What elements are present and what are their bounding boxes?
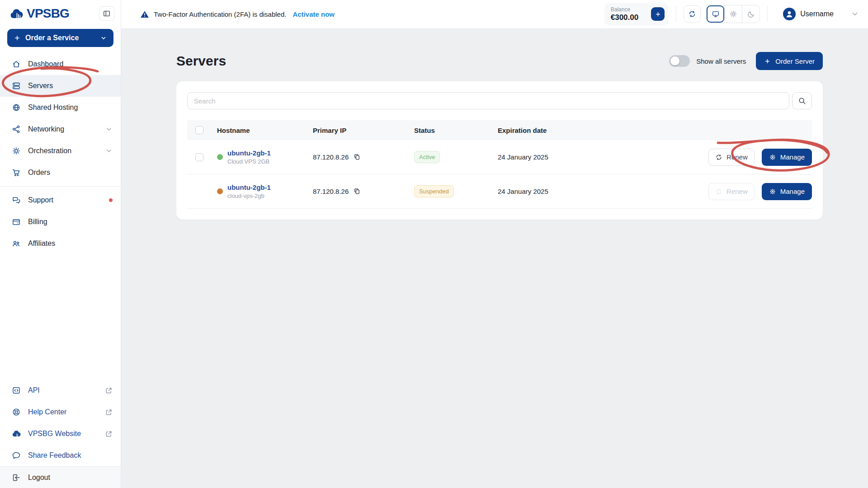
moon-icon <box>747 10 755 18</box>
page-header-actions: Show all servers Order Server <box>669 52 823 70</box>
search-button[interactable] <box>792 92 812 109</box>
code-icon <box>12 386 21 395</box>
servers-table: Hostname Primary IP Status Expiration da… <box>187 120 812 209</box>
gear-icon <box>769 188 776 195</box>
status-dot-suspended <box>217 188 223 194</box>
row-checkbox[interactable] <box>195 153 203 161</box>
sidebar-item-label: Help Center <box>28 408 66 416</box>
table-body: ubuntu-2gb-1 Cloud VPS 2GB 87.120.8.26 <box>187 140 812 209</box>
table-row: ubuntu-2gb-1 Cloud VPS 2GB 87.120.8.26 <box>187 140 812 174</box>
sidebar-item-dashboard[interactable]: Dashboard <box>0 53 121 75</box>
topbar-divider <box>767 6 768 22</box>
manage-button[interactable]: Manage <box>762 183 812 200</box>
sidebar-item-networking[interactable]: Networking <box>0 118 121 140</box>
renew-button[interactable]: Renew <box>708 149 755 166</box>
page-header: Servers Show all servers Order Server <box>176 52 823 70</box>
cart-icon <box>12 168 21 177</box>
main-area: Two-Factor Authentication (2FA) is disab… <box>121 0 868 488</box>
sidebar-collapse-button[interactable] <box>99 6 114 21</box>
order-a-service-button[interactable]: Order a Service <box>7 29 113 47</box>
person-icon <box>784 9 794 19</box>
hostname-cell: ubuntu-2gb-1 Cloud VPS 2GB <box>217 149 313 165</box>
manage-button[interactable]: Manage <box>762 149 812 166</box>
row-actions: Renew Manage <box>707 149 812 166</box>
add-funds-button[interactable] <box>651 7 665 21</box>
logout-label: Logout <box>28 474 50 482</box>
order-server-button[interactable]: Order Server <box>756 52 823 70</box>
copy-ip-button[interactable] <box>353 188 361 195</box>
sidebar-item-orders[interactable]: Orders <box>0 162 121 183</box>
sidebar-item-api[interactable]: API <box>0 380 121 401</box>
hostname-link[interactable]: ubuntu-2gb-1 <box>227 183 271 191</box>
external-link-icon <box>105 430 113 438</box>
sidebar-item-label: Dashboard <box>28 60 63 68</box>
hostname-cell: ubuntu-2gb-1 cloud-vps-2gb <box>217 183 313 199</box>
status-dot-active <box>217 154 223 160</box>
home-icon <box>12 60 21 69</box>
sidebar-item-support[interactable]: Support <box>0 189 121 211</box>
external-link-icon <box>105 387 113 394</box>
refresh-button[interactable] <box>684 5 701 23</box>
theme-dark-button[interactable] <box>742 5 760 23</box>
column-header-expiration-date: Expiration date <box>498 127 707 134</box>
copy-ip-button[interactable] <box>353 153 361 161</box>
sidebar-item-help-center[interactable]: Help Center <box>0 401 121 423</box>
user-menu-chevron-icon[interactable] <box>851 10 859 18</box>
copy-icon <box>353 188 361 195</box>
chevron-down-icon <box>100 34 107 42</box>
servers-icon <box>12 81 21 90</box>
hostname-link[interactable]: ubuntu-2gb-1 <box>227 149 271 157</box>
brand-logo[interactable]: VPSBG <box>7 6 69 21</box>
cloud-logo-icon <box>7 7 25 20</box>
support-notification-dot <box>109 198 113 202</box>
topbar-right: Balance €300.00 <box>604 3 862 26</box>
refresh-icon <box>688 10 696 18</box>
status-badge: Suspended <box>414 185 454 197</box>
sidebar-item-label: Shared Hosting <box>28 103 78 112</box>
topbar: Two-Factor Authentication (2FA) is disab… <box>121 0 868 29</box>
ip-address: 87.120.8.26 <box>313 153 349 161</box>
external-link-icon <box>105 408 113 416</box>
manage-label: Manage <box>780 153 805 161</box>
balance-value: €300.00 <box>611 13 638 22</box>
renew-icon <box>715 154 722 161</box>
page-title: Servers <box>176 53 226 69</box>
sidebar-item-orchestration[interactable]: Orchestration <box>0 140 121 162</box>
sidebar-item-shared-hosting[interactable]: Shared Hosting <box>0 97 121 118</box>
servers-card: Hostname Primary IP Status Expiration da… <box>176 81 823 220</box>
sidebar-item-affiliates[interactable]: Affiliates <box>0 233 121 254</box>
column-header-hostname: Hostname <box>217 127 313 134</box>
search-input[interactable] <box>187 92 789 109</box>
theme-light-button[interactable] <box>724 5 742 23</box>
show-all-servers-toggle[interactable] <box>669 55 690 67</box>
balance-card: Balance €300.00 <box>604 3 669 26</box>
status-badge: Active <box>414 151 440 163</box>
logout-button[interactable]: Logout <box>0 466 121 488</box>
copy-icon <box>353 153 361 161</box>
logout-icon <box>12 473 21 482</box>
sidebar: VPSBG Order a Service Dashboard Servers <box>0 0 121 488</box>
primary-ip-cell: 87.120.8.26 <box>313 153 414 161</box>
expiration-date: 24 January 2025 <box>498 153 707 161</box>
theme-switcher <box>706 5 760 23</box>
select-all-checkbox[interactable] <box>195 126 203 134</box>
plus-icon <box>764 58 771 65</box>
collapse-panel-icon <box>103 9 111 18</box>
manage-label: Manage <box>780 188 805 195</box>
renew-button-disabled[interactable]: Renew <box>708 183 755 200</box>
sidebar-item-label: Orchestration <box>28 147 71 155</box>
activate-now-link[interactable]: Activate now <box>292 10 335 18</box>
expiration-date: 24 January 2025 <box>498 188 707 195</box>
order-server-label: Order Server <box>775 57 815 65</box>
avatar <box>783 8 796 20</box>
column-header-status: Status <box>414 127 498 134</box>
order-a-service-label: Order a Service <box>25 34 79 42</box>
theme-system-button[interactable] <box>707 5 724 23</box>
user-menu[interactable]: Username <box>783 8 834 20</box>
sidebar-item-billing[interactable]: Billing <box>0 211 121 233</box>
sidebar-item-servers[interactable]: Servers <box>0 75 121 97</box>
sidebar-item-vpsbg-website[interactable]: VPSBG Website <box>0 423 121 445</box>
chat-bubbles-icon <box>12 196 21 205</box>
sidebar-item-share-feedback[interactable]: Share Feedback <box>0 445 121 466</box>
plan-label: cloud-vps-2gb <box>227 192 271 199</box>
